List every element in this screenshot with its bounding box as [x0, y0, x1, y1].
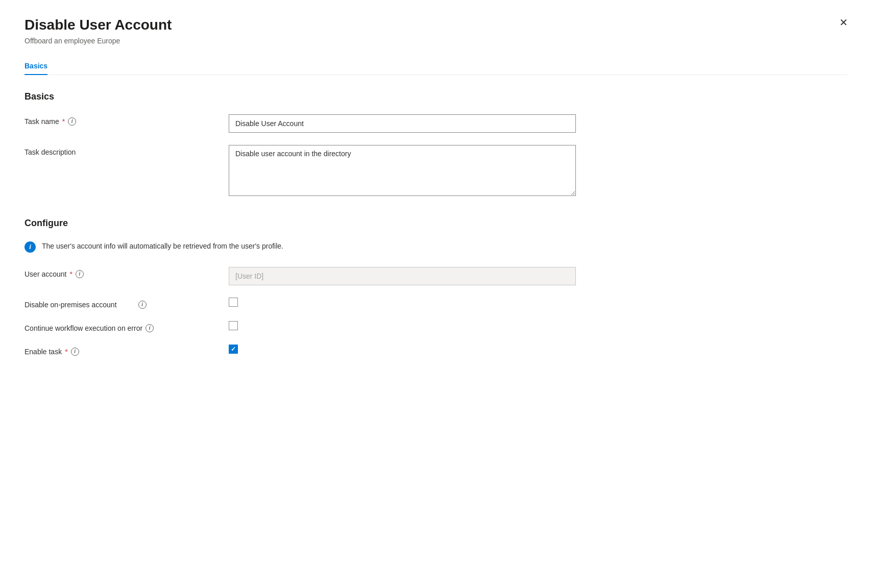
user-account-label: User account * i — [25, 267, 229, 278]
task-description-label: Task description — [25, 145, 229, 156]
info-banner-text: The user's account info will automatical… — [42, 241, 283, 250]
dialog-header: Disable User Account Offboard an employe… — [25, 16, 847, 45]
enable-task-required: * — [65, 348, 67, 356]
tabs-container: Basics — [25, 57, 847, 75]
enable-task-label: Enable task * i — [25, 345, 229, 356]
enable-task-info-icon[interactable]: i — [71, 348, 79, 356]
user-account-row: User account * i [User ID] — [25, 267, 847, 285]
task-name-control — [229, 114, 576, 133]
tab-basics[interactable]: Basics — [25, 58, 47, 75]
disable-onprem-checkbox[interactable] — [229, 298, 238, 307]
configure-heading: Configure — [25, 218, 847, 229]
user-account-input: [User ID] — [229, 267, 576, 285]
task-description-control — [229, 145, 576, 198]
task-name-input[interactable] — [229, 114, 576, 133]
info-banner: i The user's account info will automatic… — [25, 241, 847, 253]
enable-task-checkbox[interactable] — [229, 345, 238, 354]
task-name-row: Task name * i — [25, 114, 847, 133]
continue-workflow-info-icon[interactable]: i — [146, 324, 154, 332]
basics-heading: Basics — [25, 91, 847, 102]
user-account-info-icon[interactable]: i — [76, 270, 84, 278]
enable-task-row: Enable task * i — [25, 345, 847, 356]
dialog-title: Disable User Account — [25, 16, 847, 34]
disable-onprem-row: Disable on-premises account i — [25, 298, 847, 309]
task-name-required: * — [62, 117, 65, 126]
continue-workflow-checkbox-control — [229, 321, 238, 330]
continue-workflow-label: Continue workflow execution on error i — [25, 321, 229, 332]
task-description-row: Task description — [25, 145, 847, 198]
user-account-required: * — [69, 270, 72, 278]
disable-onprem-checkbox-control — [229, 298, 238, 307]
task-name-info-icon[interactable]: i — [68, 117, 76, 126]
info-banner-icon: i — [25, 241, 36, 253]
continue-workflow-checkbox[interactable] — [229, 321, 238, 330]
configure-section: Configure i The user's account info will… — [25, 218, 847, 356]
task-description-input[interactable] — [229, 145, 576, 196]
dialog-subtitle: Offboard an employee Europe — [25, 37, 847, 45]
close-button[interactable]: ✕ — [835, 14, 852, 31]
disable-onprem-info-icon[interactable]: i — [138, 301, 147, 309]
basics-form-section: Basics Task name * i Task description — [25, 91, 847, 198]
dialog: ✕ Disable User Account Offboard an emplo… — [0, 0, 872, 588]
close-icon: ✕ — [839, 16, 848, 29]
disable-onprem-label: Disable on-premises account i — [25, 298, 229, 309]
user-account-control: [User ID] — [229, 267, 576, 285]
task-name-label: Task name * i — [25, 114, 229, 126]
continue-workflow-row: Continue workflow execution on error i — [25, 321, 847, 332]
enable-task-checkbox-control — [229, 345, 238, 354]
